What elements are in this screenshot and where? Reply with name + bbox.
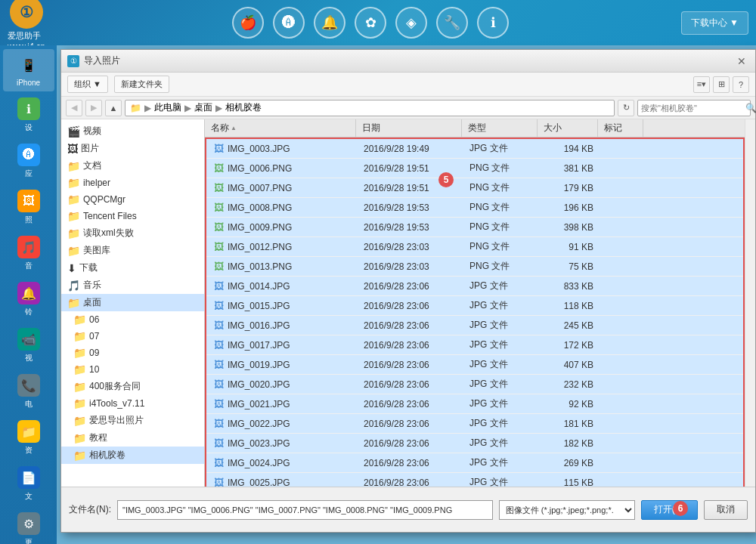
sidebar-item-iphone[interactable]: 📱 iPhone: [3, 49, 54, 91]
view-list-button[interactable]: ≡▾: [693, 76, 710, 93]
open-button[interactable]: 打开(O): [641, 500, 698, 520]
cancel-button[interactable]: 取消: [704, 500, 748, 520]
table-row[interactable]: 🖼 IMG_0022.JPG 2016/9/28 23:06 JPG 文件 18…: [206, 414, 743, 434]
file-name-cell: 🖼 IMG_0003.JPG: [206, 141, 358, 156]
file-name-cell: 🖼 IMG_0014.JPG: [206, 279, 358, 294]
import-dialog: ① 导入照片 ✕ 组织 ▼ 新建文件夹 ≡▾ ⊞ ?: [60, 49, 756, 533]
table-row[interactable]: 🖼 IMG_0015.JPG 2016/9/28 23:06 JPG 文件 11…: [206, 296, 743, 316]
col-header-type[interactable]: 类型: [462, 119, 538, 137]
tree-item-10[interactable]: 📁10: [61, 361, 204, 378]
tree-item-tutorial[interactable]: 📁教程: [61, 429, 204, 447]
tree-item-camera-roll[interactable]: 📁相机胶卷: [61, 447, 204, 464]
table-row[interactable]: 🖼 IMG_0020.JPG 2016/9/28 23:06 JPG 文件 23…: [206, 375, 743, 394]
tree-item-xmlfail[interactable]: 📁读取xml失败: [61, 224, 204, 242]
tree-item-music[interactable]: 🎵音乐: [61, 277, 204, 294]
table-row[interactable]: 🖼 IMG_0007.PNG 2016/9/28 19:51 PNG 文件 17…: [206, 178, 743, 198]
file-type-icon: 🖼: [212, 241, 225, 253]
col-header-date[interactable]: 日期: [356, 119, 462, 137]
new-folder-button[interactable]: 新建文件夹: [114, 76, 169, 93]
file-type-cell: JPG 文件: [463, 435, 539, 451]
tree-item-07[interactable]: 📁07: [61, 328, 204, 345]
filename-input[interactable]: [117, 500, 493, 520]
file-date-cell: 2016/9/28 23:06: [358, 417, 463, 431]
nav-notification[interactable]: 🔔: [314, 7, 345, 39]
tree-item-video[interactable]: 🎬视频: [61, 122, 204, 140]
sidebar-item-settings[interactable]: ℹ 设: [3, 93, 54, 138]
forward-button[interactable]: ▶: [85, 100, 102, 116]
table-row[interactable]: 🖼 IMG_0024.JPG 2016/9/28 23:06 JPG 文件 26…: [206, 453, 743, 473]
photos-icon: 🖼: [17, 190, 40, 212]
file-date-cell: 2016/9/28 23:06: [358, 299, 463, 313]
tree-item-ihelper[interactable]: 📁ihelper: [61, 175, 204, 191]
sidebar-item-music[interactable]: 🎵 音: [3, 231, 54, 276]
nav-dropbox[interactable]: ◈: [395, 7, 427, 39]
tree-item-meitulibrary[interactable]: 📁美图库: [61, 242, 204, 259]
sidebar-item-resource[interactable]: 📁 资: [3, 416, 54, 460]
file-name-cell: 🖼 IMG_0022.JPG: [206, 416, 358, 431]
table-row[interactable]: 🖼 IMG_0013.PNG 2016/9/28 23:03 PNG 文件 75…: [206, 257, 743, 277]
table-row[interactable]: 🖼 IMG_0012.PNG 2016/9/28 23:03 PNG 文件 91…: [206, 237, 743, 257]
tree-item-desktop[interactable]: 📁桌面: [61, 294, 204, 311]
search-input[interactable]: [641, 104, 745, 113]
table-row[interactable]: 🖼 IMG_0003.JPG 2016/9/28 19:49 JPG 文件 19…: [206, 139, 743, 159]
table-row[interactable]: 🖼 IMG_0006.PNG 2016/9/28 19:51 PNG 文件 38…: [206, 159, 743, 178]
sidebar-item-photos[interactable]: 🖼 照: [3, 185, 54, 230]
table-row[interactable]: 🖼 IMG_0019.JPG 2016/9/28 23:06 JPG 文件 40…: [206, 355, 743, 375]
dialog-title: 导入照片: [84, 54, 734, 67]
file-type-icon: 🖼: [212, 339, 225, 351]
view-grid-button[interactable]: ⊞: [713, 76, 730, 93]
nav-settings[interactable]: ✿: [355, 7, 386, 39]
tree-item-images[interactable]: 🖼图片: [61, 140, 204, 157]
nav-appstore[interactable]: 🅐: [273, 7, 305, 39]
file-tag-cell: [600, 285, 645, 288]
file-size-cell: 269 KB: [539, 456, 600, 470]
folder-07-icon: 📁: [73, 330, 86, 342]
nav-tools[interactable]: 🔧: [436, 7, 468, 39]
sidebar-item-phone[interactable]: 📞 电: [3, 369, 54, 414]
nav-apple[interactable]: 🍎: [232, 7, 264, 39]
breadcrumb[interactable]: 📁 ▶ 此电脑 ▶ 桌面 ▶ 相机胶卷: [125, 100, 615, 116]
sidebar-item-video[interactable]: 📹 视: [3, 323, 54, 368]
download-button[interactable]: 下载中心 ▼: [681, 11, 748, 35]
file-date-cell: 2016/9/28 23:06: [358, 358, 463, 372]
video-icon: 📹: [17, 328, 40, 351]
table-row[interactable]: 🖼 IMG_0025.JPG 2016/9/28 23:06 JPG 文件 11…: [206, 473, 743, 487]
dialog-close-button[interactable]: ✕: [734, 54, 749, 69]
table-row[interactable]: 🖼 IMG_0014.JPG 2016/9/28 23:06 JPG 文件 83…: [206, 277, 743, 296]
table-row[interactable]: 🖼 IMG_0021.JPG 2016/9/28 23:06 JPG 文件 92…: [206, 394, 743, 414]
col-header-tag[interactable]: 标记: [598, 119, 643, 137]
tree-item-qqpcmgr[interactable]: 📁QQPCMgr: [61, 191, 204, 208]
filetype-select[interactable]: 图像文件 (*.jpg;*.jpeg;*.png;*.: [499, 500, 635, 520]
col-header-size[interactable]: 大小: [538, 119, 598, 137]
scrollbar-area[interactable]: [745, 119, 755, 487]
nav-info[interactable]: ℹ: [477, 7, 509, 39]
back-button[interactable]: ◀: [66, 100, 82, 116]
sidebar-item-files[interactable]: 📄 文: [3, 462, 54, 506]
file-name: IMG_0014.JPG: [228, 281, 290, 292]
table-row[interactable]: 🖼 IMG_0023.JPG 2016/9/28 23:06 JPG 文件 18…: [206, 434, 743, 453]
tree-item-i4tools[interactable]: 📁i4Tools_v7.11: [61, 395, 204, 412]
sidebar-item-apps[interactable]: 🅐 应: [3, 139, 54, 184]
sidebar-item-more[interactable]: ⚙ 更: [3, 508, 54, 544]
up-button[interactable]: ▲: [105, 100, 122, 116]
tree-item-download[interactable]: ⬇下载: [61, 259, 204, 277]
table-row[interactable]: 🖼 IMG_0009.PNG 2016/9/28 19:53 PNG 文件 39…: [206, 218, 743, 237]
tree-item-09[interactable]: 📁09: [61, 345, 204, 361]
file-type-icon: 🖼: [212, 182, 225, 194]
tree-item-400[interactable]: 📁400服务合同: [61, 378, 204, 395]
table-row[interactable]: 🖼 IMG_0008.PNG 2016/9/28 19:53 PNG 文件 19…: [206, 198, 743, 218]
file-tag-cell: [600, 481, 645, 484]
organize-button[interactable]: 组织 ▼: [67, 76, 108, 93]
tree-item-aisi-photos[interactable]: 📁爱思导出照片: [61, 412, 204, 429]
refresh-button[interactable]: ↻: [618, 100, 634, 116]
tree-item-06[interactable]: 📁06: [61, 311, 204, 328]
file-name: IMG_0003.JPG: [228, 144, 290, 154]
col-header-name[interactable]: 名称 ▲: [205, 119, 356, 137]
table-row[interactable]: 🖼 IMG_0017.JPG 2016/9/28 23:06 JPG 文件 17…: [206, 335, 743, 355]
file-type-icon: 🖼: [212, 398, 225, 410]
table-row[interactable]: 🖼 IMG_0016.JPG 2016/9/28 23:06 JPG 文件 24…: [206, 316, 743, 335]
view-help-button[interactable]: ?: [733, 76, 749, 93]
sidebar-item-ringtone[interactable]: 🔔 铃: [3, 277, 54, 322]
tree-item-tencent[interactable]: 📁Tencent Files: [61, 208, 204, 224]
tree-item-docs[interactable]: 📁文档: [61, 157, 204, 175]
